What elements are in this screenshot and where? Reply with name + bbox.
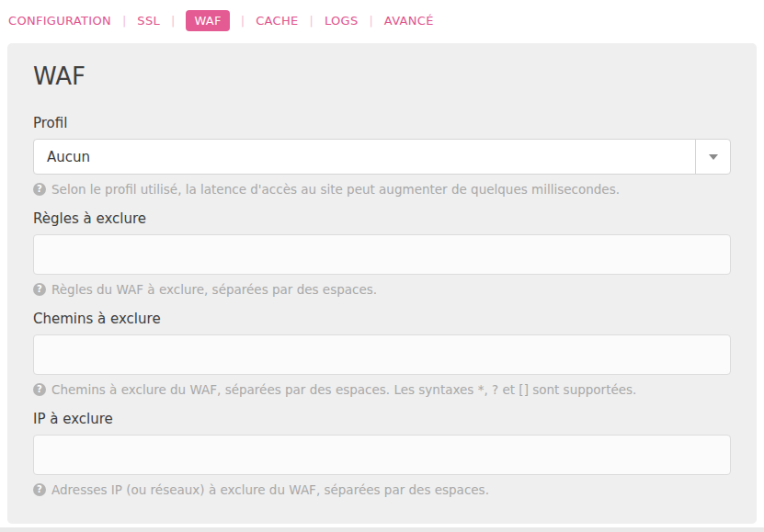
section-tabbar: CONFIGURATION | SSL | WAF | CACHE | LOGS… [0,0,764,33]
help-icon: ? [33,483,46,496]
help-text-label: Selon le profil utilisé, la latence d'ac… [51,182,620,197]
field-group-regles: Règles à exclure ? Règles du WAF à exclu… [33,210,731,297]
help-text-label: Règles du WAF à exclure, séparées par de… [51,282,377,297]
chemins-input[interactable] [33,334,731,375]
tab-configuration[interactable]: CONFIGURATION [8,14,111,28]
help-icon: ? [33,283,46,296]
tab-separator: | [171,14,175,28]
tab-avance[interactable]: AVANCÉ [384,14,434,28]
tab-separator: | [369,14,372,28]
profil-select[interactable]: Aucun [33,139,731,175]
tab-waf[interactable]: WAF [186,10,229,31]
ip-label: IP à exclure [33,411,731,427]
tab-cache[interactable]: CACHE [256,14,298,28]
help-icon: ? [33,183,46,196]
profil-select-value: Aucun [34,140,695,174]
tab-ssl[interactable]: SSL [137,14,160,28]
field-group-chemins: Chemins à exclure ? Chemins à exclure du… [33,311,731,397]
profil-select-dropdown-button[interactable] [695,140,730,174]
next-section-edge [0,527,764,532]
tab-separator: | [241,14,245,28]
waf-panel: WAF Profil Aucun ? Selon le profil utili… [7,43,757,524]
profil-label: Profil [33,115,731,131]
ip-help-text: ? Adresses IP (ou réseaux) à exclure du … [33,482,731,497]
caret-down-icon [709,154,718,160]
help-text-label: Chemins à exclure du WAF, séparées par d… [51,382,636,397]
chemins-label: Chemins à exclure [33,311,731,327]
tab-separator: | [310,14,314,28]
help-text-label: Adresses IP (ou réseaux) à exclure du WA… [51,482,489,497]
field-group-ip: IP à exclure ? Adresses IP (ou réseaux) … [33,411,731,497]
chemins-help-text: ? Chemins à exclure du WAF, séparées par… [33,382,731,397]
field-group-profil: Profil Aucun ? Selon le profil utilisé, … [33,115,731,197]
ip-input[interactable] [33,435,731,475]
regles-help-text: ? Règles du WAF à exclure, séparées par … [33,282,731,297]
tab-logs[interactable]: LOGS [325,14,359,28]
regles-input[interactable] [33,234,731,275]
profil-help-text: ? Selon le profil utilisé, la latence d'… [33,182,731,197]
regles-label: Règles à exclure [33,210,731,227]
page-title: WAF [33,62,731,90]
help-icon: ? [33,383,46,396]
tab-separator: | [122,14,126,28]
